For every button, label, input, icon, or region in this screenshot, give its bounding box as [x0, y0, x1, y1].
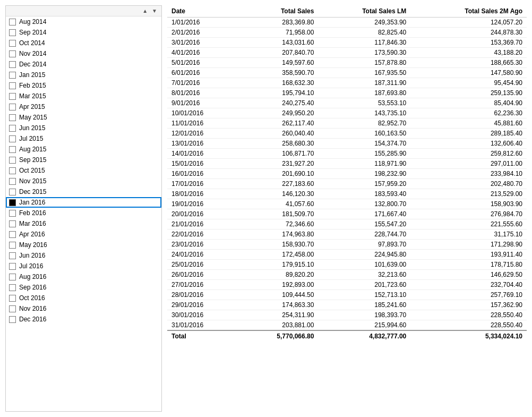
table-cell: 43,188.20 — [410, 48, 527, 58]
table-cell: 82,952.70 — [318, 118, 410, 129]
list-item[interactable]: Oct 2014 — [6, 38, 161, 48]
list-item[interactable]: Jun 2015 — [6, 123, 161, 133]
table-cell: 124,057.20 — [410, 18, 527, 28]
checkbox-empty — [9, 40, 16, 47]
list-item[interactable]: May 2015 — [6, 112, 161, 123]
table-cell: 117,846.30 — [318, 38, 410, 48]
checkbox-empty — [9, 104, 16, 110]
table-row: 27/01/2016192,893.00201,723.60232,704.40 — [167, 280, 527, 290]
checkbox-empty — [9, 189, 16, 195]
list-item[interactable]: Feb 2016 — [6, 208, 161, 218]
list-item[interactable]: Aug 2015 — [6, 144, 161, 155]
table-cell: 173,590.30 — [318, 48, 410, 58]
list-item[interactable]: Aug 2014 — [6, 16, 161, 27]
list-item[interactable]: Apr 2016 — [6, 229, 161, 240]
table-cell: 178,715.80 — [410, 260, 527, 270]
table-cell: 22/01/2016 — [167, 229, 238, 240]
table-row: 20/01/2016181,509.70171,667.40276,984.70 — [167, 209, 527, 219]
table-cell: 172,458.00 — [238, 250, 318, 260]
table-cell: 30/01/2016 — [167, 310, 238, 320]
table-row: 25/01/2016179,915.10101,639.00178,715.80 — [167, 260, 527, 270]
list-item[interactable]: Sep 2015 — [6, 155, 161, 165]
list-item[interactable]: Mar 2015 — [6, 91, 161, 101]
table-cell: 193,911.40 — [410, 250, 527, 260]
list-item[interactable]: Jul 2016 — [6, 261, 161, 271]
table-cell: 31,175.10 — [410, 229, 527, 240]
list-item[interactable]: Nov 2015 — [6, 176, 161, 186]
list-item[interactable]: Jan 2016 — [6, 197, 161, 208]
month-label: Nov 2014 — [19, 50, 46, 57]
cursor-icon: ☜ — [21, 411, 29, 411]
month-label: Sep 2016 — [19, 284, 46, 291]
table-cell: 179,915.10 — [238, 260, 318, 270]
column-header: Date — [167, 5, 238, 18]
list-item[interactable]: Aug 2016 — [6, 271, 161, 282]
table-cell: 202,480.70 — [410, 179, 527, 189]
table-cell: 25/01/2016 — [167, 260, 238, 270]
table-cell: 244,878.30 — [410, 28, 527, 38]
table-cell: 118,971.90 — [318, 159, 410, 169]
list-item[interactable]: Oct 2015 — [6, 165, 161, 176]
table-row: 28/01/2016109,444.50152,713.10257,769.10 — [167, 290, 527, 300]
table-cell: 9/01/2016 — [167, 98, 238, 108]
table-cell: 10/01/2016 — [167, 108, 238, 118]
table-cell: 168,632.30 — [238, 78, 318, 88]
month-label: Jun 2015 — [19, 124, 45, 132]
table-row: 11/01/2016262,117.4082,952.7045,881.60 — [167, 118, 527, 129]
table-cell: 231,927.20 — [238, 159, 318, 169]
list-item[interactable]: Jan 2015 — [6, 70, 161, 80]
checkbox-empty — [9, 61, 16, 68]
table-cell: 207,840.70 — [238, 48, 318, 58]
table-cell: 258,680.30 — [238, 139, 318, 149]
list-item[interactable]: Nov 2016 — [6, 303, 161, 314]
list-item[interactable]: Nov 2014 — [6, 48, 161, 59]
table-cell: 297,011.00 — [410, 159, 527, 169]
table-cell: 82,825.40 — [318, 28, 410, 38]
list-item[interactable]: Dec 2016 — [6, 314, 161, 325]
checkbox-empty — [9, 125, 16, 132]
table-cell: 185,241.60 — [318, 300, 410, 310]
list-item[interactable]: Feb 2015 — [6, 80, 161, 91]
table-cell: 289,185.40 — [410, 129, 527, 139]
sort-desc-button[interactable]: ▼ — [151, 8, 158, 14]
list-item[interactable]: Oct 2016 — [6, 293, 161, 303]
list-item[interactable]: Jun 2016 — [6, 250, 161, 261]
month-label: Jul 2016 — [19, 262, 43, 270]
left-panel: ▲ ▼ Aug 2014Sep 2014Oct 2014Nov 2014Dec … — [5, 5, 162, 412]
table-cell: 6/01/2016 — [167, 68, 238, 78]
table-cell: 195,794.10 — [238, 88, 318, 98]
table-cell: 12/01/2016 — [167, 129, 238, 139]
list-item[interactable]: Mar 2016 — [6, 218, 161, 229]
table-row: 19/01/201641,057.60132,800.70158,903.90 — [167, 199, 527, 209]
month-label: Mar 2016 — [19, 220, 46, 227]
table-cell: 228,550.40 — [410, 320, 527, 331]
sort-asc-button[interactable]: ▲ — [141, 8, 149, 14]
table-cell: 89,820.20 — [238, 270, 318, 280]
list-item[interactable]: Apr 2015 — [6, 101, 161, 112]
checkbox-empty — [9, 29, 16, 36]
table-cell: 198,393.70 — [318, 310, 410, 320]
list-item[interactable]: Sep 2014 — [6, 27, 161, 38]
table-cell: 15/01/2016 — [167, 159, 238, 169]
table-cell: 13/01/2016 — [167, 139, 238, 149]
month-label: Jun 2016 — [19, 252, 45, 259]
month-label: Sep 2014 — [19, 29, 46, 36]
list-item[interactable]: May 2016 — [6, 240, 161, 250]
list-item[interactable]: Sep 2016 — [6, 282, 161, 293]
list-item[interactable]: Dec 2015 — [6, 186, 161, 197]
table-row: 9/01/2016240,275.4053,553.1085,404.90 — [167, 98, 527, 108]
table-cell: 157,959.20 — [318, 179, 410, 189]
table-cell: 5/01/2016 — [167, 58, 238, 68]
table-row: 7/01/2016168,632.30187,311.9095,454.90 — [167, 78, 527, 88]
checkbox-empty — [9, 274, 16, 280]
month-label: Sep 2015 — [19, 156, 46, 164]
checkbox-empty — [9, 72, 16, 79]
table-cell: 228,744.70 — [318, 229, 410, 240]
column-header: Total Sales LM — [318, 5, 410, 18]
list-item[interactable]: Jul 2015 — [6, 133, 161, 144]
table-cell: 97,893.70 — [318, 240, 410, 250]
checkbox-empty — [9, 210, 16, 217]
table-row: 31/01/2016203,881.00215,994.60228,550.40 — [167, 320, 527, 331]
month-label: Apr 2015 — [19, 103, 45, 110]
list-item[interactable]: Dec 2014 — [6, 59, 161, 70]
